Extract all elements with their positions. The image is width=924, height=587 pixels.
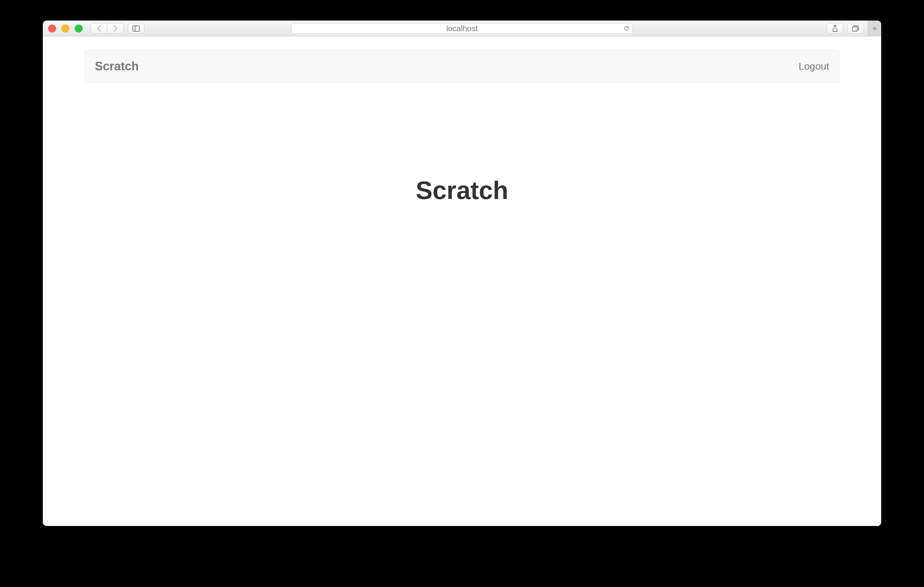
- navbar-right: Logout: [799, 61, 829, 72]
- new-tab-button[interactable]: +: [868, 21, 881, 36]
- reload-button[interactable]: [623, 26, 629, 31]
- chevron-right-icon: [113, 25, 118, 32]
- svg-rect-0: [133, 26, 139, 31]
- hero-section: Scratch: [85, 176, 839, 205]
- minimize-window-button[interactable]: [61, 25, 69, 33]
- address-bar[interactable]: localhost: [291, 23, 633, 34]
- navbar-brand[interactable]: Scratch: [95, 59, 139, 73]
- tabs-button[interactable]: [847, 23, 864, 34]
- svg-rect-2: [852, 27, 857, 31]
- browser-window: localhost + Scratch Logout Scratch: [43, 21, 881, 526]
- chevron-left-icon: [97, 25, 101, 32]
- sidebar-icon: [132, 26, 140, 31]
- share-button[interactable]: [827, 23, 843, 34]
- reload-icon: [623, 26, 629, 31]
- address-bar-text: localhost: [446, 24, 478, 33]
- back-button[interactable]: [91, 23, 107, 34]
- toolbar-right: +: [827, 21, 876, 36]
- navigation-buttons: [91, 23, 124, 34]
- browser-titlebar: localhost +: [43, 21, 881, 36]
- window-controls: [48, 25, 82, 33]
- forward-button[interactable]: [107, 23, 124, 34]
- tabs-icon: [852, 25, 859, 32]
- app-navbar: Scratch Logout: [85, 50, 839, 83]
- maximize-window-button[interactable]: [75, 25, 82, 33]
- plus-icon: +: [872, 23, 877, 33]
- logout-link[interactable]: Logout: [799, 61, 829, 72]
- share-icon: [832, 25, 838, 32]
- page-content: Scratch Logout Scratch: [43, 36, 881, 526]
- sidebar-toggle-button[interactable]: [128, 23, 144, 34]
- close-window-button[interactable]: [48, 25, 56, 33]
- page-heading: Scratch: [85, 176, 839, 205]
